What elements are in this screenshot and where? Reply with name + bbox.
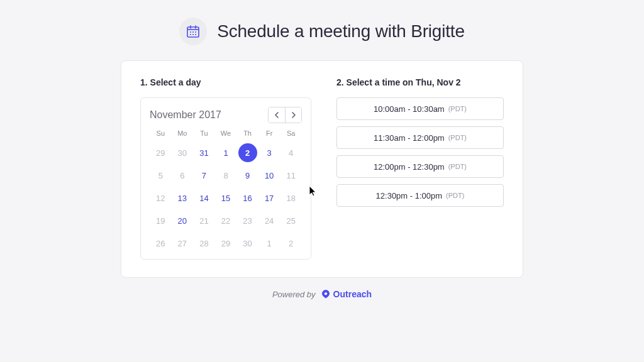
calendar-day: 30 <box>172 143 194 162</box>
time-slot-label: 12:30pm - 1:00pm <box>376 191 443 200</box>
time-slot[interactable]: 12:30pm - 1:00pm(PDT) <box>336 184 504 207</box>
calendar-day: 4 <box>280 143 302 162</box>
calendar-day: 19 <box>150 211 172 230</box>
step1-title: 1. Select a day <box>140 77 311 87</box>
calendar-day[interactable]: 2 <box>238 143 257 162</box>
outreach-logo-icon <box>321 289 331 299</box>
calendar-day: 5 <box>150 166 172 185</box>
time-slot[interactable]: 10:00am - 10:30am(PDT) <box>336 97 504 120</box>
brand-link[interactable]: Outreach <box>321 289 372 299</box>
calendar-day: 23 <box>236 211 258 230</box>
calendar-day: 30 <box>236 234 258 253</box>
calendar-day: 26 <box>150 234 172 253</box>
page-header: Schedule a meeting with Brigitte <box>179 18 465 45</box>
calendar-nav <box>268 107 302 123</box>
calendar-day[interactable]: 17 <box>258 189 280 207</box>
time-slot-tz: (PDT) <box>448 105 467 112</box>
calendar-dow: Tu <box>193 129 215 140</box>
calendar-day: 12 <box>150 189 172 207</box>
calendar-day[interactable]: 9 <box>236 166 258 185</box>
scheduler-card: 1. Select a day November 2017 SuMoTuWeTh… <box>121 60 523 278</box>
calendar-day: 29 <box>150 143 172 162</box>
calendar-day[interactable]: 3 <box>258 143 280 162</box>
calendar-day: 6 <box>172 166 194 185</box>
calendar-day[interactable]: 7 <box>193 166 215 185</box>
chevron-left-icon <box>274 112 279 118</box>
footer: Powered by Outreach <box>272 289 372 299</box>
prev-month-button[interactable] <box>269 107 285 123</box>
calendar-day: 18 <box>280 189 302 207</box>
calendar-day[interactable]: 15 <box>215 189 237 207</box>
calendar-day[interactable]: 10 <box>258 166 280 185</box>
calendar-day: 11 <box>280 166 302 185</box>
calendar-dow: Mo <box>172 129 194 140</box>
calendar-dow: Th <box>236 129 258 140</box>
time-slot-label: 11:30am - 12:00pm <box>374 133 445 143</box>
calendar-day[interactable]: 13 <box>172 189 194 207</box>
svg-point-6 <box>195 34 196 35</box>
calendar-dow: Sa <box>280 129 302 140</box>
svg-point-4 <box>190 34 191 35</box>
calendar-day: 27 <box>172 234 194 253</box>
calendar-dow: Fr <box>258 129 280 140</box>
calendar-day: 21 <box>193 211 215 230</box>
svg-point-1 <box>190 31 191 33</box>
calendar-day: 2 <box>280 234 302 253</box>
time-slot-tz: (PDT) <box>448 134 467 141</box>
calendar-dow: Su <box>150 129 172 140</box>
calendar-day[interactable]: 14 <box>193 189 215 207</box>
calendar-day: 22 <box>215 211 237 230</box>
time-slot-label: 10:00am - 10:30am <box>374 104 445 114</box>
time-slot-tz: (PDT) <box>448 163 467 170</box>
calendar-day: 29 <box>215 234 237 253</box>
time-slot-label: 12:00pm - 12:30pm <box>374 162 445 172</box>
calendar-day: 8 <box>215 166 237 185</box>
calendar-day: 25 <box>280 211 302 230</box>
calendar: November 2017 SuMoTuWeThFrSa293031123456… <box>140 97 311 260</box>
calendar-day[interactable]: 20 <box>172 211 194 230</box>
calendar-day[interactable]: 1 <box>215 143 237 162</box>
svg-point-7 <box>324 292 326 295</box>
calendar-day[interactable]: 16 <box>236 189 258 207</box>
calendar-day: 28 <box>193 234 215 253</box>
svg-point-3 <box>195 31 196 33</box>
next-month-button[interactable] <box>285 107 301 123</box>
page-title: Schedule a meeting with Brigitte <box>217 21 465 41</box>
chevron-right-icon <box>291 112 296 118</box>
time-slot[interactable]: 12:00pm - 12:30pm(PDT) <box>336 155 504 178</box>
powered-by-label: Powered by <box>272 290 316 299</box>
calendar-day: 24 <box>258 211 280 230</box>
calendar-month-label: November 2017 <box>150 109 221 121</box>
time-slot-tz: (PDT) <box>446 192 464 199</box>
svg-point-2 <box>192 31 194 33</box>
svg-point-5 <box>192 34 194 35</box>
calendar-dow: We <box>215 129 237 140</box>
calendar-day[interactable]: 31 <box>193 143 215 162</box>
calendar-day: 1 <box>258 234 280 253</box>
calendar-icon <box>179 18 207 45</box>
step2-title: 2. Select a time on Thu, Nov 2 <box>336 77 504 87</box>
time-slot[interactable]: 11:30am - 12:00pm(PDT) <box>336 126 504 149</box>
brand-name: Outreach <box>333 289 372 299</box>
